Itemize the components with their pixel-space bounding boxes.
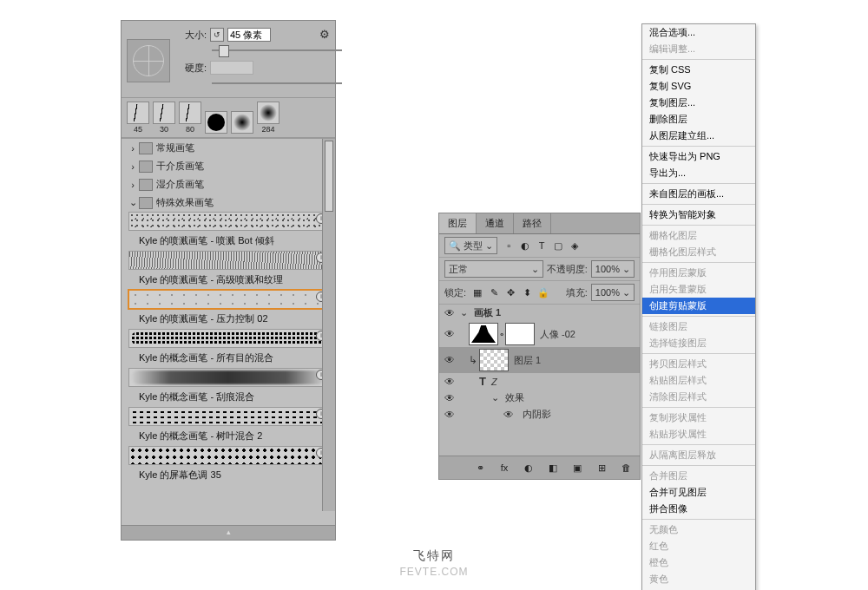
opacity-input[interactable]: 100% ⌄ <box>591 260 635 278</box>
lock-icon[interactable]: ✥ <box>503 285 518 300</box>
brush-preset[interactable]: 45 <box>127 102 149 134</box>
layers-footer-icon[interactable]: ◐ <box>520 460 537 475</box>
brush-group[interactable]: ⌄特殊效果画笔 <box>122 193 335 212</box>
menu-item[interactable]: 导出为... <box>642 165 755 181</box>
hardness-slider <box>212 78 342 88</box>
menu-item[interactable]: 复制 CSS <box>642 62 755 78</box>
layer-mask-thumb <box>505 323 535 345</box>
layer-thumb <box>469 323 498 345</box>
menu-item[interactable]: 创建剪贴蒙版 <box>642 298 755 314</box>
brush-preset[interactable]: 80 <box>179 102 201 134</box>
folder-icon <box>139 179 153 191</box>
menu-item[interactable]: 拼合图像 <box>642 501 755 517</box>
folder-icon <box>139 161 153 173</box>
layer-row[interactable]: 👁TZ <box>439 373 640 390</box>
visibility-icon[interactable]: 👁 <box>441 307 458 319</box>
layers-panel: 图层通道路径 🔍 类型 ⌄ ▫◐T▢◈ 正常⌄ 不透明度: 100% ⌄ 锁定:… <box>438 213 641 480</box>
filter-icon[interactable]: ◈ <box>567 238 582 253</box>
layers-footer-icon[interactable]: ⚭ <box>471 460 489 475</box>
lock-icon[interactable]: ⬍ <box>519 285 535 300</box>
menu-item: 粘贴图层样式 <box>642 372 755 389</box>
brush-item[interactable]: Kyle 的喷溅画笔 - 高级喷溅和纹理i <box>122 251 335 290</box>
visibility-icon[interactable]: 👁 <box>441 392 458 404</box>
visibility-icon[interactable]: 👁 <box>441 328 458 340</box>
visibility-icon[interactable]: 👁 <box>441 409 458 421</box>
brush-item[interactable]: Kyle 的概念画笔 - 刮痕混合i <box>122 368 335 407</box>
panel-tab[interactable]: 通道 <box>477 213 514 233</box>
visibility-icon[interactable]: 👁 <box>441 354 458 366</box>
layer-row[interactable]: 👁⚬人像 -02 <box>439 321 640 347</box>
menu-item[interactable]: 从图层建立组... <box>642 128 755 144</box>
menu-item[interactable]: 混合选项... <box>642 24 755 41</box>
brush-group[interactable]: ›干介质画笔 <box>122 157 335 175</box>
menu-item: 链接图层 <box>642 318 755 335</box>
hardness-input <box>210 61 253 75</box>
menu-item[interactable]: 合并可见图层 <box>642 484 755 501</box>
folder-icon <box>139 197 153 209</box>
size-slider[interactable] <box>212 45 342 56</box>
brush-preset[interactable]: 30 <box>153 102 175 134</box>
brush-settings-panel: ⚙ 大小: ↺ 硬度: 453080284 ›常规画笔›干介质画笔›湿介质画笔⌄… <box>121 20 336 541</box>
layers-footer-icon[interactable]: ◧ <box>544 460 562 475</box>
brush-angle-preview[interactable] <box>127 39 170 82</box>
layer-thumb <box>479 349 509 371</box>
disclosure-icon: › <box>128 143 137 154</box>
layers-footer-icon[interactable]: ⊞ <box>593 460 610 475</box>
layers-footer-icon[interactable]: 🗑 <box>617 460 635 475</box>
layer-row[interactable]: 👁↳图层 1 <box>439 347 640 373</box>
menu-item[interactable]: 复制图层... <box>642 95 755 111</box>
brush-preset[interactable]: 284 <box>257 102 279 134</box>
visibility-icon[interactable]: 👁 <box>441 376 458 388</box>
brush-item[interactable]: Kyle 的概念画笔 - 所有目的混合i <box>122 329 335 368</box>
brush-item[interactable]: Kyle 的喷溅画笔 - 压力控制 02i <box>122 290 335 329</box>
size-input[interactable] <box>227 28 271 42</box>
filter-icon[interactable]: ◐ <box>517 238 533 253</box>
panel-tab[interactable]: 图层 <box>439 213 477 233</box>
fill-input[interactable]: 100% ⌄ <box>591 284 635 301</box>
menu-item: 从隔离图层释放 <box>642 447 755 463</box>
menu-item: 清除图层样式 <box>642 389 755 405</box>
layers-footer-icon[interactable]: fx <box>496 460 513 475</box>
brush-group[interactable]: ›湿介质画笔 <box>122 175 335 193</box>
size-label: 大小: <box>175 29 207 42</box>
filter-icon[interactable]: T <box>534 238 549 253</box>
filter-icon[interactable]: ▫ <box>501 238 516 253</box>
menu-item: 无颜色 <box>642 521 755 538</box>
menu-item: 启用矢量蒙版 <box>642 281 755 298</box>
menu-item[interactable]: 删除图层 <box>642 111 755 128</box>
lock-icon[interactable]: ✎ <box>486 285 502 300</box>
brush-item[interactable]: Kyle 的概念画笔 - 树叶混合 2i <box>122 407 335 446</box>
gear-icon[interactable]: ⚙ <box>319 28 330 41</box>
layers-footer: ⚭fx◐◧▣⊞🗑 <box>439 456 640 479</box>
flip-icon[interactable]: ↺ <box>210 28 224 42</box>
panel-tab[interactable]: 路径 <box>514 213 551 233</box>
blend-mode-select[interactable]: 正常⌄ <box>444 260 543 278</box>
artboard-row[interactable]: 👁⌄画板 1 <box>439 305 640 321</box>
menu-item[interactable]: 快速导出为 PNG <box>642 148 755 165</box>
lock-label: 锁定: <box>444 286 466 299</box>
menu-item[interactable]: 来自图层的画板... <box>642 186 755 202</box>
scrollbar-thumb[interactable] <box>325 141 333 212</box>
menu-item: 停用图层蒙版 <box>642 265 755 281</box>
layers-footer-icon[interactable]: ▣ <box>569 460 586 475</box>
lock-icon[interactable]: 🔒 <box>536 285 551 300</box>
menu-item[interactable]: 复制 SVG <box>642 78 755 95</box>
layer-row[interactable]: 👁⌄效果 <box>439 390 640 406</box>
menu-item: 编辑调整... <box>642 41 755 57</box>
lock-icon[interactable]: ▦ <box>470 285 485 300</box>
filter-icon[interactable]: ▢ <box>550 238 566 253</box>
brush-preset[interactable] <box>231 111 253 134</box>
menu-item[interactable]: 转换为智能对象 <box>642 206 755 223</box>
menu-item: 粘贴形状属性 <box>642 426 755 442</box>
site-name: 飞特网 <box>0 548 868 564</box>
scrollbar[interactable] <box>322 139 335 511</box>
brush-item[interactable]: Kyle 的喷溅画笔 - 喷溅 Bot 倾斜i <box>122 212 335 251</box>
layer-context-menu: 混合选项...编辑调整...复制 CSS复制 SVG复制图层...删除图层从图层… <box>641 23 756 590</box>
brush-group[interactable]: ›常规画笔 <box>122 139 335 157</box>
disclosure-icon: ⌄ <box>128 197 137 208</box>
brush-preset[interactable] <box>205 111 227 134</box>
layer-row[interactable]: 👁👁内阴影 <box>439 406 640 423</box>
menu-item: 栅格化图层样式 <box>642 244 755 260</box>
filter-kind-select[interactable]: 🔍 类型 ⌄ <box>444 237 497 254</box>
brush-item[interactable]: Kyle 的屏幕色调 35i <box>122 446 335 485</box>
